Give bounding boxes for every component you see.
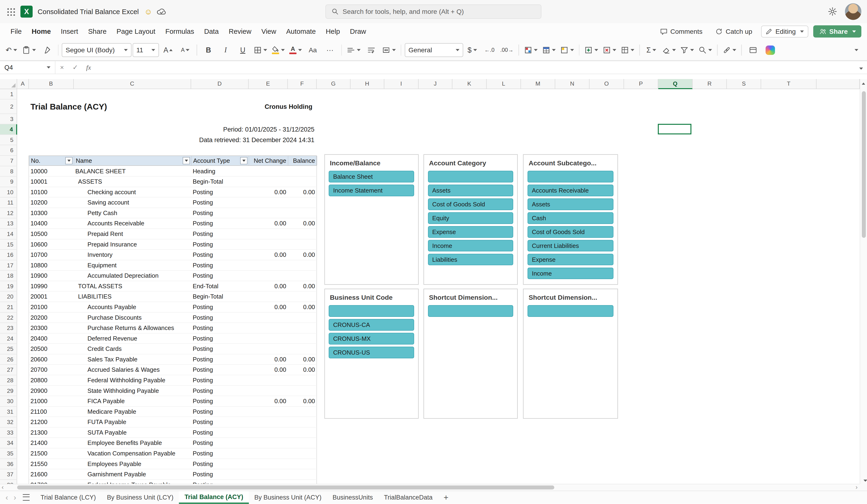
- cell-net[interactable]: [249, 344, 288, 354]
- cell-net[interactable]: [249, 459, 288, 469]
- cell-no[interactable]: 20300: [29, 323, 74, 333]
- cell-name[interactable]: SUTA Payable: [74, 428, 191, 438]
- cell-name[interactable]: Deferred Revenue: [74, 333, 191, 343]
- cell-bal[interactable]: 0.00: [288, 302, 317, 312]
- cell-bal[interactable]: [288, 459, 317, 469]
- cell-net[interactable]: 0.00: [249, 187, 288, 197]
- cell-type[interactable]: Posting: [191, 438, 249, 448]
- cell-bal[interactable]: [288, 229, 317, 239]
- cell-bal[interactable]: [288, 417, 317, 427]
- cell-no[interactable]: 10800: [29, 260, 74, 271]
- cell-no[interactable]: 20900: [29, 386, 74, 396]
- table-header-name[interactable]: Name: [74, 156, 192, 166]
- slicer-item-cost-of-goods-sold[interactable]: Cost of Goods Sold: [428, 198, 513, 210]
- cell-no[interactable]: 20400: [29, 333, 74, 343]
- cell-name[interactable]: TOTAL ASSETS: [74, 281, 191, 291]
- table-header-account-type[interactable]: Account Type: [192, 156, 249, 166]
- cell-name[interactable]: ASSETS: [74, 177, 191, 187]
- cell-type[interactable]: Posting: [191, 480, 249, 484]
- cell-net[interactable]: [249, 333, 288, 343]
- cell-name[interactable]: Prepaid Rent: [74, 229, 191, 239]
- cell-no[interactable]: 10500: [29, 229, 74, 239]
- cell-name[interactable]: Saving account: [74, 197, 191, 208]
- cell-bal[interactable]: [288, 166, 317, 176]
- cell-no[interactable]: 10400: [29, 218, 74, 228]
- cell-bal[interactable]: [288, 438, 317, 448]
- cell-no[interactable]: 21400: [29, 438, 74, 448]
- slicer-item-cronus-mx[interactable]: CRONUS-MX: [329, 333, 414, 344]
- slicer-item-blank[interactable]: [428, 171, 513, 183]
- cell-net[interactable]: [249, 260, 288, 271]
- cell-name[interactable]: FUTA Payable: [74, 417, 191, 427]
- cell-no[interactable]: 10001: [29, 177, 74, 187]
- cell-bal[interactable]: [288, 208, 317, 218]
- cell-type[interactable]: Posting: [191, 218, 249, 228]
- cell-name[interactable]: Federal Income Taxes Payable: [74, 480, 191, 484]
- cell-bal[interactable]: 0.00: [288, 396, 317, 406]
- cell-bal[interactable]: [288, 260, 317, 271]
- period-cell[interactable]: Period: 01/01/2025 - 31/12/2025: [191, 124, 314, 135]
- cell-type[interactable]: Posting: [191, 333, 249, 343]
- cell-bal[interactable]: 0.00: [288, 250, 317, 260]
- cell-no[interactable]: 20700: [29, 365, 74, 375]
- cell-name[interactable]: Employees Payable: [74, 459, 191, 469]
- cell-bal[interactable]: [288, 375, 317, 385]
- cell-name[interactable]: Accrued Salaries & Wages: [74, 365, 191, 375]
- cell-type[interactable]: Posting: [191, 208, 249, 218]
- cell-name[interactable]: Accumulated Depreciation: [74, 271, 191, 281]
- sheet-tab-trialbalancedata[interactable]: TrialBalanceData: [378, 491, 438, 504]
- cell-no[interactable]: 10100: [29, 187, 74, 197]
- cell-type[interactable]: Posting: [191, 302, 249, 312]
- cell-type[interactable]: Posting: [191, 469, 249, 479]
- cell-name[interactable]: Garnishment Payable: [74, 469, 191, 479]
- slicer-item-expense[interactable]: Expense: [428, 226, 513, 238]
- cell-type[interactable]: Posting: [191, 197, 249, 208]
- cell-net[interactable]: [249, 197, 288, 208]
- slicer-item-blank[interactable]: [527, 171, 613, 183]
- tab-scroll-left-icon[interactable]: ‹: [3, 491, 10, 504]
- cell-net[interactable]: 0.00: [249, 396, 288, 406]
- cell-no[interactable]: 21700: [29, 480, 74, 484]
- scroll-right-icon[interactable]: ›: [856, 484, 858, 490]
- cell-bal[interactable]: [288, 323, 317, 333]
- cell-no[interactable]: 20001: [29, 292, 74, 302]
- cell-bal[interactable]: [288, 407, 317, 417]
- scroll-up-icon[interactable]: [862, 80, 865, 86]
- cell-bal[interactable]: [288, 240, 317, 250]
- cell-name[interactable]: Credit Cards: [74, 344, 191, 354]
- cell-net[interactable]: [249, 386, 288, 396]
- report-title-cell[interactable]: Trial Balance (ACY): [31, 99, 107, 114]
- cell-bal[interactable]: [288, 292, 317, 302]
- cell-type[interactable]: Heading: [191, 166, 249, 176]
- cell-type[interactable]: Posting: [191, 365, 249, 375]
- cell-bal[interactable]: [288, 271, 317, 281]
- sheet-tab-by-business-unit-acy[interactable]: By Business Unit (ACY): [249, 491, 327, 504]
- cell-type[interactable]: Posting: [191, 229, 249, 239]
- vertical-scroll-thumb[interactable]: [862, 91, 866, 238]
- cell-type[interactable]: Posting: [191, 240, 249, 250]
- cell-bal[interactable]: 0.00: [288, 365, 317, 375]
- cell-no[interactable]: 10700: [29, 250, 74, 260]
- cell-name[interactable]: Equipment: [74, 260, 191, 271]
- cell-net[interactable]: [249, 323, 288, 333]
- cell-net[interactable]: 0.00: [249, 354, 288, 364]
- cell-name[interactable]: Purchase Discounts: [74, 313, 191, 323]
- cell-name[interactable]: Sales Tax Payable: [74, 354, 191, 364]
- cell-type[interactable]: Posting: [191, 271, 249, 281]
- cell-bal[interactable]: [288, 480, 317, 484]
- cell-name[interactable]: Checking account: [74, 187, 191, 197]
- cell-net[interactable]: [249, 407, 288, 417]
- cell-name[interactable]: Accounts Receivable: [74, 218, 191, 228]
- sheet-tab-trial-balance-lcy[interactable]: Trial Balance (LCY): [35, 491, 101, 504]
- cell-net[interactable]: [249, 177, 288, 187]
- slicer-item-cronus-us[interactable]: CRONUS-US: [329, 347, 414, 358]
- table-header-balance[interactable]: Balance: [288, 156, 317, 166]
- cell-no[interactable]: 21600: [29, 469, 74, 479]
- cell-bal[interactable]: [288, 197, 317, 208]
- cell-name[interactable]: Employee Benefits Payable: [74, 438, 191, 448]
- cell-net[interactable]: [249, 480, 288, 484]
- cell-no[interactable]: 20600: [29, 354, 74, 364]
- cell-name[interactable]: Prepaid Insurance: [74, 240, 191, 250]
- cell-type[interactable]: Posting: [191, 459, 249, 469]
- cell-name[interactable]: Accounts Payable: [74, 302, 191, 312]
